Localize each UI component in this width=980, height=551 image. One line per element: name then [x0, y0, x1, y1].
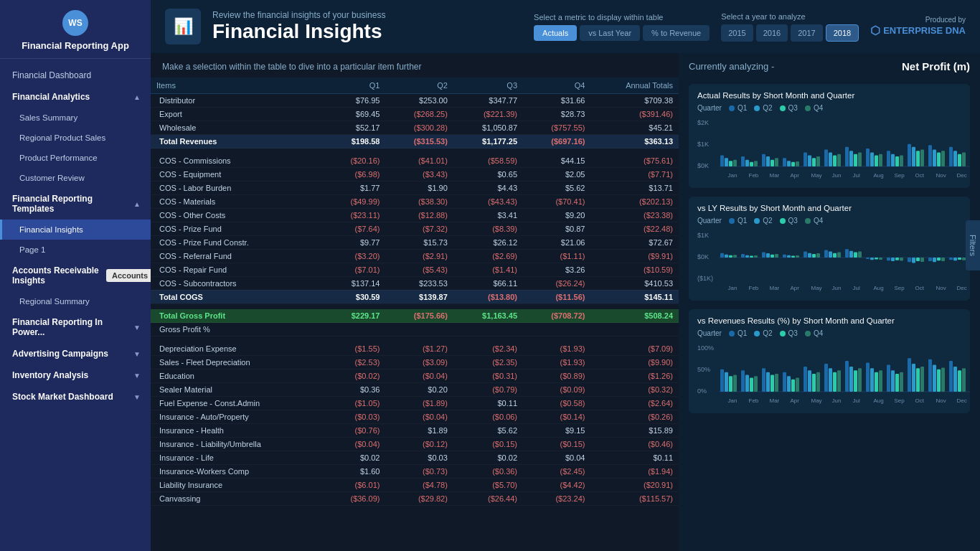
sidebar-item-financial-dashboard[interactable]: Financial Dashboard: [0, 65, 151, 86]
sidebar-item-customer-review[interactable]: Customer Review: [0, 168, 151, 188]
table-row[interactable]: COS - Repair Fund($7.01)($5.43)($1.41)$3…: [151, 263, 679, 276]
table-row[interactable]: Insurance - Liability/Umbrella($0.04)($0…: [151, 437, 679, 451]
svg-rect-43: [920, 150, 924, 166]
sidebar-item-regional-summary[interactable]: Regional Summary: [0, 291, 151, 311]
table-cell: ($0.15): [523, 437, 590, 451]
table-row[interactable]: Distributor$76.95$253.00$347.77$31.66$70…: [151, 94, 679, 108]
table-row[interactable]: Canvassing($36.09)($29.82)($26.44)($23.2…: [151, 491, 679, 505]
sidebar-item-financial-insights[interactable]: Financial Insights: [0, 220, 151, 240]
table-row[interactable]: Education($0.02)($0.04)($0.31)($0.89)($1…: [151, 369, 679, 382]
table-row[interactable]: Gross Profit %: [151, 323, 679, 336]
table-row[interactable]: Liability Insurance($6.01)($4.78)($5.70)…: [151, 478, 679, 491]
svg-rect-16: [783, 158, 786, 166]
svg-rect-71: [733, 255, 737, 258]
chevron-up-icon: ▲: [133, 93, 141, 101]
table-row[interactable]: COS - Prize Fund($7.64)($7.32)($8.39)$0.…: [151, 222, 679, 235]
svg-rect-149: [808, 370, 811, 392]
table-cell: ($0.89): [523, 369, 590, 382]
table-cell: $9.15: [523, 423, 590, 437]
svg-rect-9: [745, 160, 749, 166]
sidebar-item-financial-analytics[interactable]: Financial Analytics ▲: [0, 86, 151, 108]
legend-q4-2: Q4: [805, 217, 823, 225]
table-row[interactable]: Insurance-Workers Comp$1.60($0.73)($0.36…: [151, 464, 679, 478]
legend-label-3: Quarter: [697, 329, 722, 337]
table-cell: $0.11: [453, 396, 523, 410]
table-row[interactable]: Wholesale$52.17($300.28)$1,050.87($757.5…: [151, 121, 679, 135]
table-cell: ($6.01): [324, 478, 385, 491]
table-row[interactable]: Depreciation Expense($1.55)($1.27)($2.34…: [151, 342, 679, 356]
sidebar-item-inventory-analysis[interactable]: Inventory Analysis ▼: [0, 364, 151, 386]
table-row[interactable]: Fuel Expense - Const.Admin($1.05)($1.89)…: [151, 396, 679, 410]
year-btn-2016[interactable]: 2016: [756, 24, 788, 42]
sidebar-item-page-1[interactable]: Page 1: [0, 240, 151, 260]
sidebar-item-accounts-receivable-insights[interactable]: Accounts Receivable Insights ▲ Accounts …: [0, 260, 151, 291]
svg-rect-177: [953, 367, 957, 392]
year-btn-2018[interactable]: 2018: [826, 24, 859, 42]
table-cell: $198.58: [324, 135, 385, 149]
table-section[interactable]: Make a selection within the table to div…: [151, 53, 679, 551]
svg-rect-157: [849, 367, 853, 392]
table-row[interactable]: COS - Commissions($20.16)($41.01)($58.59…: [151, 154, 679, 168]
sidebar-item-regional-product-sales[interactable]: Regional Product Sales: [0, 128, 151, 148]
sidebar-item-product-performance[interactable]: Product Performance: [0, 148, 151, 168]
table-row[interactable]: Insurance - Auto/Property($0.03)($0.04)(…: [151, 410, 679, 423]
year-btn-2017[interactable]: 2017: [791, 24, 822, 42]
svg-rect-113: [953, 258, 957, 260]
table-row[interactable]: Total COGS$30.59$139.87($13.80)($11.56)$…: [151, 290, 679, 303]
svg-text:Oct: Oct: [915, 397, 925, 404]
table-cell: $9.20: [523, 208, 590, 222]
filters-tab[interactable]: Filters: [966, 220, 980, 270]
table-row[interactable]: Insurance - Life$0.02$0.03$0.02$0.04$0.1…: [151, 451, 679, 464]
table-cell: $9.77: [324, 235, 385, 249]
app-title: Financial Reporting App: [22, 40, 129, 51]
sidebar-item-financial-reporting-in-power[interactable]: Financial Reporting In Power... ▼: [0, 311, 151, 343]
table-cell: ($8.39): [453, 222, 523, 235]
table-row[interactable]: COS - Referral Fund($3.20)($2.91)($2.69)…: [151, 249, 679, 263]
table-row[interactable]: Insurance - Health($0.76)$1.89$5.62$9.15…: [151, 423, 679, 437]
table-row[interactable]: Export$69.45($268.25)($221.39)$28.73($39…: [151, 108, 679, 121]
table-cell: ($2.35): [453, 355, 523, 369]
table-row[interactable]: Sales - Fleet Depreciation($2.53)($3.09)…: [151, 355, 679, 369]
sidebar-item-sales-summary[interactable]: Sales Summary: [0, 108, 151, 128]
svg-text:Nov: Nov: [936, 397, 946, 404]
table-row[interactable]: COS - Prize Fund Constr.$9.77$15.73$26.1…: [151, 235, 679, 249]
svg-text:Oct: Oct: [915, 285, 925, 291]
table-cell: ($1.27): [385, 342, 453, 356]
metric-btn-actuals[interactable]: Actuals: [534, 25, 577, 41]
sidebar-item-financial-reporting-templates[interactable]: Financial Reporting Templates ▲: [0, 188, 151, 220]
chart-title-actual: Actual Results by Short Month and Quarte…: [697, 91, 961, 100]
table-row[interactable]: COS - Subcontractors$137.14$233.53$66.11…: [151, 276, 679, 290]
svg-rect-165: [891, 370, 895, 392]
metric-btn-vs-last-year[interactable]: vs Last Year: [580, 25, 640, 41]
svg-rect-40: [908, 144, 911, 166]
svg-rect-45: [933, 150, 936, 166]
table-cell: $0.20: [385, 382, 453, 396]
svg-rect-42: [916, 151, 920, 166]
table-row[interactable]: COS - Labor Burden$1.77$1.90$4.43$5.62$1…: [151, 181, 679, 194]
table-row[interactable]: COS - Equipment($6.98)($3.43)$0.65$2.05(…: [151, 167, 679, 181]
metric-selector-label: Select a metric to display within table: [534, 13, 663, 22]
svg-text:Jul: Jul: [853, 285, 860, 291]
page-title: Financial Insights: [212, 20, 522, 43]
table-cell: [324, 323, 385, 336]
table-row[interactable]: COS - Materials($49.99)($38.30)($43.43)(…: [151, 194, 679, 208]
sidebar-item-stock-market-dashboard[interactable]: Stock Market Dashboard ▼: [0, 386, 151, 408]
table-cell: ($20.16): [324, 154, 385, 168]
table-row[interactable]: Sealer Material$0.36$0.20($0.79)($0.09)(…: [151, 382, 679, 396]
year-btn-2015[interactable]: 2015: [721, 24, 753, 42]
svg-text:Aug: Aug: [874, 397, 884, 404]
table-cell: $1.77: [324, 181, 385, 194]
table-cell: ($43.43): [453, 194, 523, 208]
metric-btn-pct-revenue[interactable]: % to Revenue: [643, 25, 710, 41]
legend-q1: Q1: [729, 104, 747, 112]
sidebar-item-advertising-campaigns[interactable]: Advertising Campaigns ▼: [0, 343, 151, 364]
table-row[interactable]: Total Gross Profit$229.17($175.66)$1,163…: [151, 309, 679, 323]
table-cell: ($4.42): [523, 478, 590, 491]
svg-rect-163: [879, 370, 882, 392]
table-row[interactable]: COS - Other Costs($23.11)($12.88)$3.41$9…: [151, 208, 679, 222]
table-cell: $5.62: [453, 423, 523, 437]
svg-rect-83: [796, 255, 799, 258]
table-row[interactable]: Total Revenues$198.58($315.53)$1,177.25(…: [151, 135, 679, 149]
page-icon: 📊: [165, 9, 201, 44]
svg-rect-73: [745, 255, 749, 258]
